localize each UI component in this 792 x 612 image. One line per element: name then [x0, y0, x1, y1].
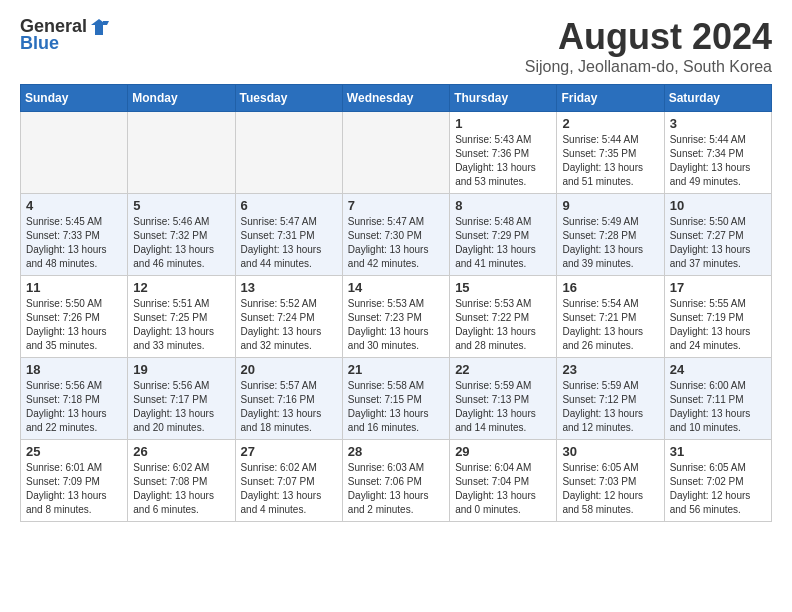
- calendar-cell-w4-d2: 19Sunrise: 5:56 AMSunset: 7:17 PMDayligh…: [128, 358, 235, 440]
- day-info: Sunrise: 5:55 AMSunset: 7:19 PMDaylight:…: [670, 297, 766, 353]
- logo[interactable]: General Blue: [20, 16, 109, 54]
- day-number: 8: [455, 198, 551, 213]
- page-header: General Blue August 2024 Sijong, Jeollan…: [20, 16, 772, 76]
- day-info: Sunrise: 5:44 AMSunset: 7:34 PMDaylight:…: [670, 133, 766, 189]
- day-info: Sunrise: 5:48 AMSunset: 7:29 PMDaylight:…: [455, 215, 551, 271]
- day-number: 5: [133, 198, 229, 213]
- header-thursday: Thursday: [450, 85, 557, 112]
- day-info: Sunrise: 6:02 AMSunset: 7:08 PMDaylight:…: [133, 461, 229, 517]
- day-info: Sunrise: 5:50 AMSunset: 7:27 PMDaylight:…: [670, 215, 766, 271]
- day-number: 31: [670, 444, 766, 459]
- day-info: Sunrise: 5:53 AMSunset: 7:23 PMDaylight:…: [348, 297, 444, 353]
- day-number: 22: [455, 362, 551, 377]
- calendar-cell-w2-d2: 5Sunrise: 5:46 AMSunset: 7:32 PMDaylight…: [128, 194, 235, 276]
- day-info: Sunrise: 5:45 AMSunset: 7:33 PMDaylight:…: [26, 215, 122, 271]
- day-number: 30: [562, 444, 658, 459]
- calendar-cell-w3-d2: 12Sunrise: 5:51 AMSunset: 7:25 PMDayligh…: [128, 276, 235, 358]
- day-info: Sunrise: 6:04 AMSunset: 7:04 PMDaylight:…: [455, 461, 551, 517]
- svg-marker-1: [103, 21, 109, 25]
- day-info: Sunrise: 5:51 AMSunset: 7:25 PMDaylight:…: [133, 297, 229, 353]
- calendar-cell-w4-d3: 20Sunrise: 5:57 AMSunset: 7:16 PMDayligh…: [235, 358, 342, 440]
- calendar-cell-w5-d2: 26Sunrise: 6:02 AMSunset: 7:08 PMDayligh…: [128, 440, 235, 522]
- day-number: 9: [562, 198, 658, 213]
- calendar-week-1: 1Sunrise: 5:43 AMSunset: 7:36 PMDaylight…: [21, 112, 772, 194]
- calendar-cell-w2-d3: 6Sunrise: 5:47 AMSunset: 7:31 PMDaylight…: [235, 194, 342, 276]
- day-number: 6: [241, 198, 337, 213]
- day-number: 12: [133, 280, 229, 295]
- calendar-cell-w4-d4: 21Sunrise: 5:58 AMSunset: 7:15 PMDayligh…: [342, 358, 449, 440]
- day-info: Sunrise: 6:05 AMSunset: 7:03 PMDaylight:…: [562, 461, 658, 517]
- day-info: Sunrise: 5:49 AMSunset: 7:28 PMDaylight:…: [562, 215, 658, 271]
- calendar-cell-w4-d7: 24Sunrise: 6:00 AMSunset: 7:11 PMDayligh…: [664, 358, 771, 440]
- day-number: 17: [670, 280, 766, 295]
- day-number: 20: [241, 362, 337, 377]
- header-monday: Monday: [128, 85, 235, 112]
- day-info: Sunrise: 5:47 AMSunset: 7:30 PMDaylight:…: [348, 215, 444, 271]
- calendar-cell-w3-d1: 11Sunrise: 5:50 AMSunset: 7:26 PMDayligh…: [21, 276, 128, 358]
- day-number: 21: [348, 362, 444, 377]
- calendar-cell-w2-d4: 7Sunrise: 5:47 AMSunset: 7:30 PMDaylight…: [342, 194, 449, 276]
- day-number: 15: [455, 280, 551, 295]
- day-number: 3: [670, 116, 766, 131]
- calendar-week-2: 4Sunrise: 5:45 AMSunset: 7:33 PMDaylight…: [21, 194, 772, 276]
- day-number: 11: [26, 280, 122, 295]
- calendar-cell-w5-d1: 25Sunrise: 6:01 AMSunset: 7:09 PMDayligh…: [21, 440, 128, 522]
- calendar-cell-w1-d7: 3Sunrise: 5:44 AMSunset: 7:34 PMDaylight…: [664, 112, 771, 194]
- calendar-week-4: 18Sunrise: 5:56 AMSunset: 7:18 PMDayligh…: [21, 358, 772, 440]
- header-friday: Friday: [557, 85, 664, 112]
- calendar-cell-w3-d6: 16Sunrise: 5:54 AMSunset: 7:21 PMDayligh…: [557, 276, 664, 358]
- day-number: 19: [133, 362, 229, 377]
- day-number: 1: [455, 116, 551, 131]
- day-info: Sunrise: 6:03 AMSunset: 7:06 PMDaylight:…: [348, 461, 444, 517]
- day-info: Sunrise: 5:47 AMSunset: 7:31 PMDaylight:…: [241, 215, 337, 271]
- calendar-cell-w5-d3: 27Sunrise: 6:02 AMSunset: 7:07 PMDayligh…: [235, 440, 342, 522]
- day-info: Sunrise: 5:56 AMSunset: 7:17 PMDaylight:…: [133, 379, 229, 435]
- day-info: Sunrise: 5:54 AMSunset: 7:21 PMDaylight:…: [562, 297, 658, 353]
- calendar-title: August 2024: [525, 16, 772, 58]
- day-number: 24: [670, 362, 766, 377]
- day-info: Sunrise: 5:56 AMSunset: 7:18 PMDaylight:…: [26, 379, 122, 435]
- calendar-cell-w1-d4: [342, 112, 449, 194]
- calendar-header-row: Sunday Monday Tuesday Wednesday Thursday…: [21, 85, 772, 112]
- day-info: Sunrise: 5:50 AMSunset: 7:26 PMDaylight:…: [26, 297, 122, 353]
- day-info: Sunrise: 5:57 AMSunset: 7:16 PMDaylight:…: [241, 379, 337, 435]
- day-number: 14: [348, 280, 444, 295]
- day-info: Sunrise: 6:01 AMSunset: 7:09 PMDaylight:…: [26, 461, 122, 517]
- header-sunday: Sunday: [21, 85, 128, 112]
- calendar-cell-w1-d1: [21, 112, 128, 194]
- day-number: 23: [562, 362, 658, 377]
- day-number: 27: [241, 444, 337, 459]
- calendar-cell-w4-d6: 23Sunrise: 5:59 AMSunset: 7:12 PMDayligh…: [557, 358, 664, 440]
- calendar-cell-w1-d6: 2Sunrise: 5:44 AMSunset: 7:35 PMDaylight…: [557, 112, 664, 194]
- calendar-cell-w5-d7: 31Sunrise: 6:05 AMSunset: 7:02 PMDayligh…: [664, 440, 771, 522]
- calendar-cell-w4-d5: 22Sunrise: 5:59 AMSunset: 7:13 PMDayligh…: [450, 358, 557, 440]
- day-info: Sunrise: 5:53 AMSunset: 7:22 PMDaylight:…: [455, 297, 551, 353]
- calendar-cell-w1-d3: [235, 112, 342, 194]
- day-number: 4: [26, 198, 122, 213]
- day-number: 10: [670, 198, 766, 213]
- day-number: 7: [348, 198, 444, 213]
- day-info: Sunrise: 6:02 AMSunset: 7:07 PMDaylight:…: [241, 461, 337, 517]
- day-number: 13: [241, 280, 337, 295]
- day-info: Sunrise: 5:44 AMSunset: 7:35 PMDaylight:…: [562, 133, 658, 189]
- calendar-cell-w1-d2: [128, 112, 235, 194]
- day-info: Sunrise: 6:00 AMSunset: 7:11 PMDaylight:…: [670, 379, 766, 435]
- header-wednesday: Wednesday: [342, 85, 449, 112]
- day-info: Sunrise: 5:59 AMSunset: 7:12 PMDaylight:…: [562, 379, 658, 435]
- calendar-cell-w3-d5: 15Sunrise: 5:53 AMSunset: 7:22 PMDayligh…: [450, 276, 557, 358]
- day-number: 25: [26, 444, 122, 459]
- day-info: Sunrise: 5:43 AMSunset: 7:36 PMDaylight:…: [455, 133, 551, 189]
- calendar-cell-w2-d7: 10Sunrise: 5:50 AMSunset: 7:27 PMDayligh…: [664, 194, 771, 276]
- calendar-cell-w5-d5: 29Sunrise: 6:04 AMSunset: 7:04 PMDayligh…: [450, 440, 557, 522]
- calendar-week-3: 11Sunrise: 5:50 AMSunset: 7:26 PMDayligh…: [21, 276, 772, 358]
- calendar-cell-w3-d3: 13Sunrise: 5:52 AMSunset: 7:24 PMDayligh…: [235, 276, 342, 358]
- logo-bird-icon: [89, 17, 109, 37]
- day-number: 29: [455, 444, 551, 459]
- calendar-cell-w5-d6: 30Sunrise: 6:05 AMSunset: 7:03 PMDayligh…: [557, 440, 664, 522]
- header-tuesday: Tuesday: [235, 85, 342, 112]
- day-info: Sunrise: 5:46 AMSunset: 7:32 PMDaylight:…: [133, 215, 229, 271]
- calendar-cell-w3-d4: 14Sunrise: 5:53 AMSunset: 7:23 PMDayligh…: [342, 276, 449, 358]
- calendar-table: Sunday Monday Tuesday Wednesday Thursday…: [20, 84, 772, 522]
- calendar-cell-w5-d4: 28Sunrise: 6:03 AMSunset: 7:06 PMDayligh…: [342, 440, 449, 522]
- day-info: Sunrise: 5:59 AMSunset: 7:13 PMDaylight:…: [455, 379, 551, 435]
